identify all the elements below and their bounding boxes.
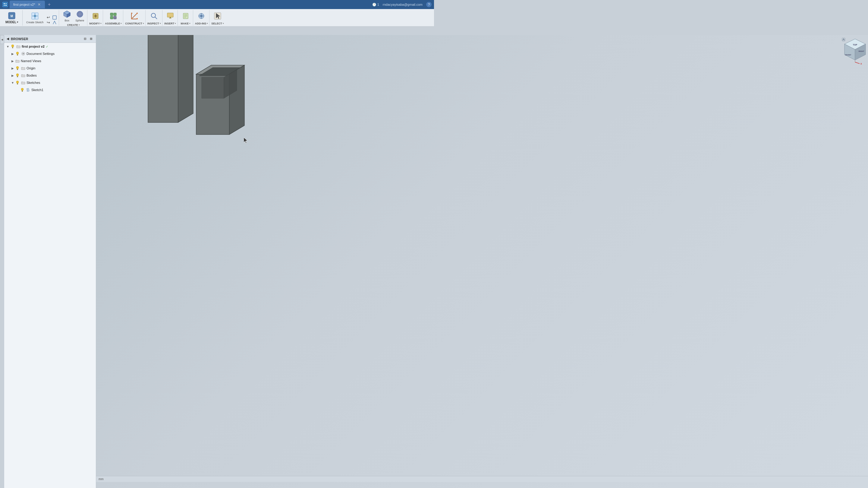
bulb-icon-root <box>10 44 15 49</box>
assemble-btn[interactable] <box>107 10 119 21</box>
assemble-group-label: ASSEMBLE <box>105 22 120 25</box>
undo-btn[interactable]: ↩ <box>46 15 51 20</box>
svg-rect-49 <box>12 47 13 48</box>
sidebar-toggle[interactable]: ◀ <box>0 35 4 44</box>
browser-collapse-arrow[interactable]: ◀ <box>7 37 9 40</box>
svg-rect-62 <box>22 90 23 92</box>
origin-label: Origin <box>27 66 35 70</box>
svg-point-10 <box>34 15 36 17</box>
insert-btn[interactable] <box>164 10 176 21</box>
doc-settings-label: Document Settings <box>27 52 55 56</box>
modify-dropdown[interactable]: ▾ <box>100 22 101 25</box>
toolbar-create-group: Box Sphere CREATE ▾ <box>60 10 87 26</box>
select-btn[interactable] <box>212 10 224 21</box>
svg-rect-31 <box>136 18 138 19</box>
app-icon <box>2 2 8 7</box>
bulb-icon-sketch1 <box>20 87 25 92</box>
create-group-label: CREATE <box>67 24 78 27</box>
toolbar-insert-group: INSERT ▾ <box>163 10 178 26</box>
title-bar-right: 🕐 1 rndacyayisaba@gmail.com ? <box>372 2 432 7</box>
make-btn[interactable] <box>180 10 192 21</box>
svg-rect-3 <box>4 5 5 6</box>
addins-dropdown[interactable]: ▾ <box>207 22 208 25</box>
toolbar-assemble-group: ASSEMBLE ▾ <box>104 10 123 26</box>
tree-item-sketches[interactable]: ▼ Sketches <box>4 79 96 86</box>
svg-rect-22 <box>114 13 116 16</box>
inspect-dropdown[interactable]: ▾ <box>160 22 161 25</box>
bulb-icon-doc <box>15 51 20 56</box>
toolbar-construct-group: CONSTRUCT ▾ <box>124 10 146 26</box>
assemble-dropdown[interactable]: ▾ <box>121 22 122 25</box>
folder-icon-bodies <box>21 73 26 78</box>
folder-icon-named-views <box>15 58 20 63</box>
svg-rect-34 <box>167 13 173 17</box>
mode-selector: M MODEL ▾ <box>2 10 23 26</box>
tree-item-named-views[interactable]: ▶ Named Views <box>4 57 96 64</box>
svg-rect-21 <box>110 13 113 16</box>
svg-rect-28 <box>131 13 132 14</box>
sketch-square-btn[interactable] <box>52 15 58 20</box>
browser-expand-btn[interactable]: ⊞ <box>89 36 93 41</box>
tree-arrow-bodies[interactable]: ▶ <box>10 73 15 78</box>
tree-arrow-named-views[interactable]: ▶ <box>10 58 15 63</box>
sketch-nav-btn[interactable] <box>52 20 58 25</box>
tree-item-doc-settings[interactable]: ▶ Document Settings <box>4 50 96 57</box>
construct-btn[interactable] <box>128 10 141 21</box>
tree-arrow-origin[interactable]: ▶ <box>10 66 15 70</box>
redo-btn[interactable]: ↪ <box>46 20 51 25</box>
sketch-btn[interactable]: Create Sketch <box>24 10 45 25</box>
svg-rect-4 <box>5 5 7 6</box>
inspect-btn[interactable] <box>148 10 160 21</box>
folder-icon-root <box>16 44 21 49</box>
tree-item-bodies[interactable]: ▶ Bodies <box>4 72 96 79</box>
create-box-btn[interactable]: Box <box>61 9 73 23</box>
construct-group-label: CONSTRUCT <box>125 22 142 25</box>
modify-btn[interactable] <box>90 10 101 21</box>
svg-rect-60 <box>17 83 18 84</box>
svg-rect-52 <box>17 54 18 56</box>
user-email[interactable]: rndacyayisaba@gmail.com <box>383 3 423 6</box>
tree-arrow-sketches[interactable]: ▼ <box>10 80 15 85</box>
toolbar-select-group: SELECT ▾ <box>210 10 225 26</box>
toolbar-sketch-group: Create Sketch ↩ ↪ SKETCH ▾ <box>23 10 59 26</box>
svg-rect-11 <box>53 16 56 19</box>
svg-rect-23 <box>110 16 113 19</box>
viewport[interactable]: TOP FRONT RIGHT X mm <box>96 35 434 244</box>
browser-actions: ⊟ ⊞ <box>83 36 93 41</box>
3d-model <box>106 35 275 159</box>
folder-icon-sketches <box>21 80 26 85</box>
insert-dropdown[interactable]: ▾ <box>175 22 176 25</box>
make-dropdown[interactable]: ▾ <box>189 22 190 25</box>
create-sphere-btn[interactable]: Sphere <box>73 9 86 23</box>
tab-label: first project v2* <box>13 3 35 6</box>
modify-group-label: MODIFY <box>89 22 100 25</box>
insert-group-label: INSERT <box>164 22 174 25</box>
svg-rect-0 <box>3 2 7 7</box>
create-dropdown[interactable]: ▾ <box>79 24 80 26</box>
help-btn[interactable]: ? <box>426 2 432 7</box>
svg-rect-58 <box>17 76 18 77</box>
tab-close-btn[interactable]: ✕ <box>37 2 41 7</box>
construct-dropdown[interactable]: ▾ <box>143 22 144 25</box>
tree-arrow-doc-settings[interactable]: ▶ <box>10 51 15 56</box>
svg-rect-29 <box>131 18 132 19</box>
tree-item-origin[interactable]: ▶ Origin <box>4 64 96 72</box>
tree-arrow-root[interactable]: ▼ <box>5 44 10 49</box>
tree-item-sketch1[interactable]: Sketch1 <box>4 86 96 93</box>
addins-btn[interactable] <box>195 10 207 21</box>
select-dropdown[interactable]: ▾ <box>223 22 224 25</box>
svg-point-53 <box>23 53 24 54</box>
active-tab[interactable]: first project v2* ✕ <box>10 1 45 8</box>
new-tab-btn[interactable]: + <box>48 2 51 7</box>
svg-marker-66 <box>148 35 178 122</box>
browser-pin-btn[interactable]: ⊟ <box>83 36 87 41</box>
model-mode-btn[interactable]: M MODEL ▾ <box>4 10 20 25</box>
tree-item-root[interactable]: ▼ first project v2 ✓ <box>4 43 96 50</box>
svg-point-51 <box>16 52 19 54</box>
check-icon: ✓ <box>46 45 48 48</box>
bulb-icon-sketches <box>15 80 20 85</box>
svg-text:M: M <box>10 15 13 18</box>
title-bar: first project v2* ✕ + 🕐 1 rndacyayisaba@… <box>0 0 434 9</box>
svg-point-32 <box>151 13 156 18</box>
svg-marker-82 <box>202 77 224 98</box>
